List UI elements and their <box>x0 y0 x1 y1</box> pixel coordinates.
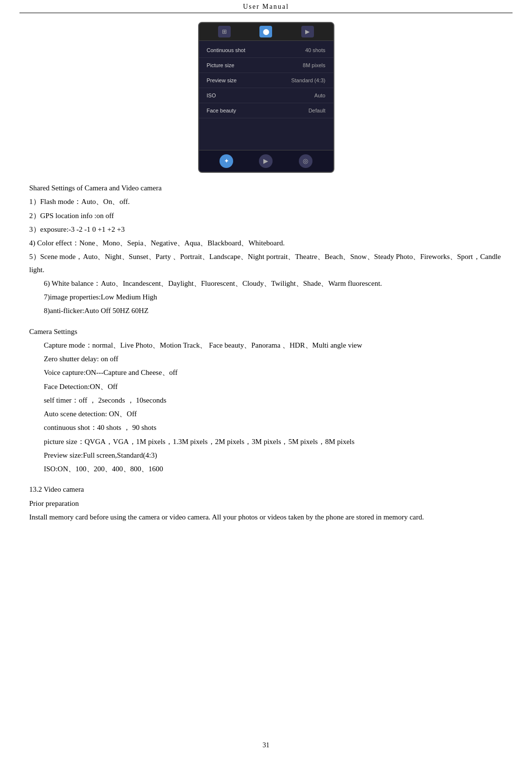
page-number: 31 <box>263 741 270 749</box>
line-picture-size: picture size：QVGA，VGA，1M pixels，1.3M pix… <box>29 435 503 448</box>
menu-label-picture-size: Picture size <box>207 62 235 68</box>
line-prior-preparation: Prior preparation <box>29 497 503 510</box>
line-iso: ISO:ON、100、200、400、800、1600 <box>29 463 503 475</box>
settings-bottom-icon: ✦ <box>220 154 233 168</box>
menu-label-face-beauty: Face beauty <box>207 108 237 113</box>
menu-value-picture-size: 8M pixels <box>303 62 325 68</box>
phone-screen: ⊞ ⬤ ▶ Continuous shot 40 shots Picture s… <box>198 22 334 173</box>
page-wrapper: User Manual ⊞ ⬤ ▶ Continuous shot 40 sho… <box>0 0 532 759</box>
settings-icon: ⊞ <box>218 26 231 37</box>
menu-label-iso: ISO <box>207 93 216 98</box>
line-exposure: 3）exposure:-3 -2 -1 0 +1 +2 +3 <box>29 223 503 236</box>
video-icon: ▶ <box>301 26 314 37</box>
line-scene-mode: 5）Scene mode，Auto、Night、Sunset、Party 、Po… <box>29 250 503 276</box>
page-footer: 31 <box>0 741 532 749</box>
menu-value-continuous-shot: 40 shots <box>305 47 326 53</box>
line-auto-scene: Auto scene detection: ON、Off <box>29 407 503 420</box>
phone-bottom-bar: ✦ ▶ ◎ <box>199 150 333 172</box>
line-voice-capture: Voice capture:ON---Capture and Cheese、of… <box>29 366 503 379</box>
menu-item-picture-size: Picture size 8M pixels <box>199 58 333 73</box>
menu-item-preview-size: Preview size Standard (4:3) <box>199 73 333 88</box>
menu-label-continuous-shot: Continuous shot <box>207 47 246 53</box>
line-zero-shutter: Zero shutter delay: on off <box>29 352 503 365</box>
menu-item-face-beauty: Face beauty Default <box>199 103 333 118</box>
menu-item-continuous-shot: Continuous shot 40 shots <box>199 43 333 58</box>
line-face-detection: Face Detection:ON、Off <box>29 380 503 393</box>
page-header: User Manual <box>19 0 513 13</box>
line-continuous-shot: continuous shot：40 shots ， 90 shots <box>29 421 503 434</box>
line-anti-flicker: 8)anti-flicker:Auto Off 50HZ 60HZ <box>29 304 503 317</box>
phone-image-container: ⊞ ⬤ ▶ Continuous shot 40 shots Picture s… <box>19 22 513 173</box>
menu-value-preview-size: Standard (4:3) <box>291 77 325 83</box>
shutter-bottom-icon: ◎ <box>299 154 312 168</box>
phone-top-bar: ⊞ ⬤ ▶ <box>199 23 333 41</box>
line-capture-mode: Capture mode：normal、Live Photo、Motion Tr… <box>29 339 503 352</box>
line-white-balance: 6) White balance：Auto、Incandescent、Dayli… <box>29 277 503 290</box>
line-image-properties: 7)image properties:Low Medium High <box>29 291 503 303</box>
line-install-memory: Install memory card before using the cam… <box>29 511 503 523</box>
menu-value-face-beauty: Default <box>309 108 326 113</box>
line-preview-size: Preview size:Full screen,Standard(4:3) <box>29 449 503 462</box>
spacer1 <box>29 318 503 325</box>
line-flash-mode: 1）Flash mode：Auto、On、off. <box>29 195 503 208</box>
menu-item-iso: ISO Auto <box>199 88 333 103</box>
camera-icon: ⬤ <box>259 26 272 37</box>
line-gps: 2）GPS location info :on off <box>29 209 503 222</box>
menu-label-preview-size: Preview size <box>207 77 237 83</box>
section3-title: 13.2 Video camera <box>29 483 503 496</box>
section2-title: Camera Settings <box>29 325 503 338</box>
line-self-timer: self timer：off ， 2seconds ， 10seconds <box>29 394 503 407</box>
menu-value-iso: Auto <box>314 93 326 98</box>
video-bottom-icon: ▶ <box>259 154 273 168</box>
section1-title: Shared Settings of Camera and Video came… <box>29 182 503 194</box>
line-color-effect: 4) Color effect：None、Mono、Sepia、Negative… <box>29 237 503 249</box>
header-text: User Manual <box>243 3 289 10</box>
content-area: Shared Settings of Camera and Video came… <box>19 182 513 523</box>
phone-menu: Continuous shot 40 shots Picture size 8M… <box>199 41 333 150</box>
spacer2 <box>29 476 503 483</box>
